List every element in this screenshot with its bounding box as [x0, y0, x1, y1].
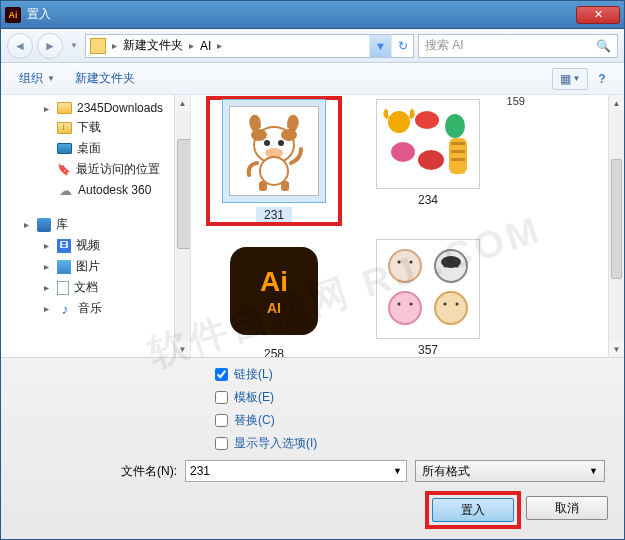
template-checkbox[interactable] — [215, 391, 228, 404]
svg-point-11 — [445, 114, 465, 138]
place-dialog: Ai 置入 ✕ ◄ ► ▼ ▸ 新建文件夹 ▸ AI ▸ ▼ ↻ 搜索 AI 🔍… — [0, 0, 625, 540]
svg-rect-17 — [451, 158, 465, 161]
chevron-down-icon[interactable]: ▼ — [393, 466, 402, 476]
show-import-checkbox[interactable] — [215, 437, 228, 450]
scroll-up-button[interactable]: ▲ — [175, 95, 190, 111]
sidebar-scrollbar[interactable]: ▲ ▼ — [174, 95, 190, 357]
svg-point-4 — [278, 140, 284, 146]
option-label: 模板(E) — [234, 389, 274, 406]
format-select[interactable]: 所有格式 ▼ — [415, 460, 605, 482]
scroll-thumb[interactable] — [611, 159, 622, 279]
sidebar-item-2345downloads[interactable]: ▸2345Downloads — [1, 99, 190, 117]
refresh-icon: ↻ — [398, 39, 408, 53]
file-item-357[interactable]: 357 — [363, 239, 493, 357]
new-folder-label: 新建文件夹 — [75, 70, 135, 87]
sidebar-item-documents[interactable]: ▸文档 — [1, 277, 190, 298]
sidebar-item-music[interactable]: ▸♪音乐 — [1, 298, 190, 319]
download-icon: ↓ — [57, 122, 72, 134]
new-folder-button[interactable]: 新建文件夹 — [67, 67, 143, 90]
arrow-right-icon: ► — [44, 39, 56, 53]
option-label: 替换(C) — [234, 412, 275, 429]
svg-point-9 — [388, 111, 410, 133]
bottom-panel: 链接(L) 模板(E) 替换(C) 显示导入选项(I) 文件名(N): 231 … — [1, 357, 624, 539]
chevron-right-icon: ▸ — [187, 40, 196, 51]
ox-cartoon-icon — [239, 109, 309, 193]
nav-forward-button[interactable]: ► — [37, 33, 63, 59]
search-icon[interactable]: 🔍 — [596, 39, 611, 53]
svg-point-27 — [398, 303, 401, 306]
document-icon — [57, 281, 69, 295]
sidebar-item-libraries[interactable]: ▸库 — [1, 214, 190, 235]
circle-animals-icon — [381, 244, 475, 334]
filename-label: 文件名(N): — [121, 463, 177, 480]
sidebar-item-recent[interactable]: 🔖最近访问的位置 — [1, 159, 190, 180]
scroll-down-button[interactable]: ▼ — [609, 341, 624, 357]
place-button[interactable]: 置入 — [432, 498, 514, 522]
sidebar-item-label: 库 — [56, 216, 68, 233]
scroll-up-button[interactable]: ▲ — [609, 95, 624, 111]
place-button-highlight: 置入 — [430, 496, 516, 524]
expand-icon[interactable]: ▸ — [41, 103, 52, 114]
sidebar-item-desktop[interactable]: 桌面 — [1, 138, 190, 159]
sidebar-item-autodesk360[interactable]: ☁Autodesk 360 — [1, 180, 190, 200]
file-list: 147 159 — [191, 95, 624, 357]
option-label: 链接(L) — [234, 366, 273, 383]
ai-file-icon: Ai AI — [230, 247, 318, 335]
breadcrumb[interactable]: ▸ 新建文件夹 ▸ AI ▸ ▼ ↻ — [85, 34, 414, 58]
search-input[interactable]: 搜索 AI 🔍 — [418, 34, 618, 58]
svg-point-12 — [391, 142, 415, 162]
svg-point-29 — [444, 303, 447, 306]
sidebar-item-label: 文档 — [74, 279, 98, 296]
help-button[interactable]: ? — [590, 68, 614, 90]
filename-row: 文件名(N): 231 ▼ 所有格式 ▼ — [15, 460, 610, 482]
cancel-button[interactable]: 取消 — [526, 496, 608, 520]
file-thumbnail — [376, 99, 480, 189]
filename-input[interactable]: 231 ▼ — [185, 460, 407, 482]
view-icon: ▦ — [560, 72, 571, 86]
organize-menu[interactable]: 组织 ▼ — [11, 67, 63, 90]
scroll-thumb[interactable] — [177, 139, 191, 249]
file-item-258[interactable]: Ai AI 258 — [209, 239, 339, 357]
view-mode-button[interactable]: ▦▼ — [552, 68, 588, 90]
chevron-right-icon: ▸ — [215, 40, 224, 51]
svg-rect-7 — [259, 181, 267, 191]
nav-back-button[interactable]: ◄ — [7, 33, 33, 59]
button-label: 取消 — [555, 500, 579, 517]
sidebar-item-pictures[interactable]: ▸图片 — [1, 256, 190, 277]
sidebar-item-label: 下载 — [77, 119, 101, 136]
expand-icon[interactable]: ▸ — [21, 219, 32, 230]
sidebar-item-label: 图片 — [76, 258, 100, 275]
folder-icon — [90, 38, 106, 54]
nav-history-drop[interactable]: ▼ — [67, 41, 81, 50]
button-row: 置入 取消 — [15, 496, 610, 524]
format-label: 所有格式 — [422, 463, 470, 480]
breadcrumb-drop-button[interactable]: ▼ — [369, 35, 391, 57]
sidebar-item-downloads[interactable]: ↓下载 — [1, 117, 190, 138]
file-item-231[interactable]: 231 — [209, 99, 339, 223]
chevron-down-icon: ▼ — [589, 466, 598, 476]
close-button[interactable]: ✕ — [576, 6, 620, 24]
svg-point-1 — [251, 129, 267, 141]
file-item-234[interactable]: 234 — [363, 99, 493, 223]
expand-icon[interactable]: ▸ — [41, 282, 52, 293]
scroll-down-button[interactable]: ▼ — [175, 341, 190, 357]
breadcrumb-part[interactable]: AI — [196, 39, 215, 53]
refresh-button[interactable]: ↻ — [391, 35, 413, 57]
sidebar-item-videos[interactable]: ▸🎞视频 — [1, 235, 190, 256]
expand-icon[interactable]: ▸ — [41, 303, 52, 314]
chevron-right-icon: ▸ — [110, 40, 119, 51]
animals-clipart-icon — [381, 104, 475, 184]
file-label: 231 — [256, 207, 292, 223]
expand-icon[interactable]: ▸ — [41, 240, 52, 251]
file-label: 234 — [418, 193, 438, 207]
replace-checkbox[interactable] — [215, 414, 228, 427]
expand-icon[interactable]: ▸ — [41, 261, 52, 272]
svg-point-30 — [456, 303, 459, 306]
svg-point-2 — [281, 129, 297, 141]
content-scrollbar[interactable]: ▲ ▼ — [608, 95, 624, 357]
breadcrumb-part[interactable]: 新建文件夹 — [119, 37, 187, 54]
link-checkbox[interactable] — [215, 368, 228, 381]
nav-bar: ◄ ► ▼ ▸ 新建文件夹 ▸ AI ▸ ▼ ↻ 搜索 AI 🔍 — [1, 29, 624, 63]
option-label: 显示导入选项(I) — [234, 435, 317, 452]
svg-point-28 — [410, 303, 413, 306]
